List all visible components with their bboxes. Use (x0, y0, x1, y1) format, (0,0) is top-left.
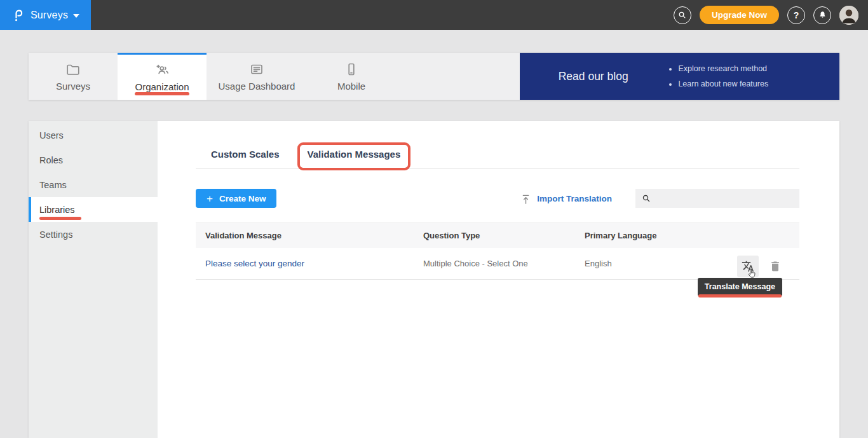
upload-icon (520, 193, 531, 204)
translate-icon (742, 260, 754, 273)
search-icon (677, 10, 687, 20)
search-input[interactable] (656, 194, 794, 203)
nav-tab-label: Surveys (56, 81, 90, 92)
product-name: Surveys (31, 10, 68, 21)
notifications-button[interactable] (813, 6, 831, 24)
sidebar-item-label: Libraries (39, 205, 75, 215)
blog-promo-panel[interactable]: Read our blog Explore research method Le… (520, 53, 839, 100)
content-tabs: Custom Scales Validation Messages (196, 149, 799, 169)
blog-bullet: Learn about new features (678, 76, 768, 92)
blog-title: Read our blog (520, 70, 667, 83)
trash-icon (769, 260, 782, 273)
delete-button[interactable] (769, 260, 782, 273)
sidebar-item-label: Teams (39, 180, 67, 190)
tab-custom-scales[interactable]: Custom Scales (211, 149, 280, 170)
import-translation-link[interactable]: Import Translation (520, 193, 612, 204)
user-avatar[interactable] (839, 6, 858, 25)
table-header: Validation Message Question Type Primary… (196, 222, 799, 248)
annotation-underline-libraries (39, 217, 81, 220)
toolbar: + Create New Import Translation (196, 189, 799, 208)
column-header-question-type: Question Type (414, 231, 575, 240)
mobile-icon (344, 62, 359, 77)
search-icon (641, 193, 651, 203)
nav-tab-organization[interactable]: Organization (118, 53, 207, 100)
chevron-down-icon (73, 14, 79, 18)
main-panel: Users Roles Teams Libraries Settings Cus… (29, 121, 839, 438)
folder-icon (65, 62, 81, 77)
nav-tab-label: Usage Dashboard (219, 81, 295, 92)
topbar: Surveys Upgrade Now ? (0, 0, 868, 30)
annotation-underline-tooltip (698, 294, 782, 298)
validation-messages-table: Validation Message Question Type Primary… (196, 222, 799, 280)
import-translation-label: Import Translation (537, 194, 612, 203)
help-button[interactable]: ? (787, 6, 805, 24)
sidebar-item-label: Settings (39, 229, 72, 240)
tab-validation-messages[interactable]: Validation Messages (308, 149, 401, 170)
create-new-label: Create New (219, 194, 266, 203)
upgrade-now-button[interactable]: Upgrade Now (700, 6, 779, 24)
question-type-cell: Multiple Choice - Select One (414, 259, 575, 268)
primary-language-cell: English (575, 259, 698, 268)
tooltip-label: Translate Message (705, 282, 775, 291)
translate-message-button[interactable] (737, 256, 759, 277)
sidebar-item-teams[interactable]: Teams (29, 172, 158, 197)
blog-bullet-list: Explore research method Learn about new … (667, 61, 768, 92)
nav-tab-mobile[interactable]: Mobile (307, 53, 396, 100)
column-header-validation-message: Validation Message (196, 231, 414, 240)
validation-message-link[interactable]: Please select your gender (205, 259, 304, 268)
nav-tab-surveys[interactable]: Surveys (29, 53, 118, 100)
sidebar-item-roles[interactable]: Roles (29, 147, 158, 172)
table-search[interactable] (635, 189, 799, 208)
sidebar-item-label: Users (39, 130, 64, 140)
sidebar-item-settings[interactable]: Settings (29, 222, 158, 247)
add-people-icon (154, 62, 170, 78)
tab-label: Validation Messages (308, 149, 401, 160)
nav-tab-usage-dashboard[interactable]: Usage Dashboard (207, 53, 307, 100)
tooltip-translate-message: Translate Message (698, 278, 782, 296)
plus-icon: + (207, 193, 213, 204)
primary-nav: Surveys Organization Usage Dashboard (29, 53, 839, 100)
brand-logo[interactable]: Surveys (0, 0, 91, 30)
nav-tab-label: Mobile (337, 81, 365, 92)
table-row: Please select your gender Multiple Choic… (196, 248, 799, 280)
annotation-underline-organization (135, 92, 189, 95)
column-header-primary-language: Primary Language (575, 231, 698, 240)
content-area: Custom Scales Validation Messages + Crea… (158, 121, 839, 438)
bell-icon (818, 10, 827, 20)
dashboard-icon (249, 62, 264, 77)
avatar-photo (839, 6, 858, 25)
sidebar-item-users[interactable]: Users (29, 123, 158, 147)
create-new-button[interactable]: + Create New (196, 189, 276, 208)
blog-bullet: Explore research method (678, 61, 768, 76)
toolbar-right: Import Translation (520, 189, 799, 208)
nav-tab-label: Organization (135, 81, 189, 92)
search-button[interactable] (674, 6, 691, 24)
questionpro-logo-icon (11, 8, 25, 23)
sidebar-item-libraries[interactable]: Libraries (29, 197, 158, 222)
question-mark-icon: ? (794, 10, 799, 20)
topbar-actions: Upgrade Now ? (674, 6, 868, 25)
row-actions: Translate Message (698, 248, 799, 279)
sidebar-item-label: Roles (39, 155, 63, 165)
sidebar: Users Roles Teams Libraries Settings (29, 121, 158, 438)
